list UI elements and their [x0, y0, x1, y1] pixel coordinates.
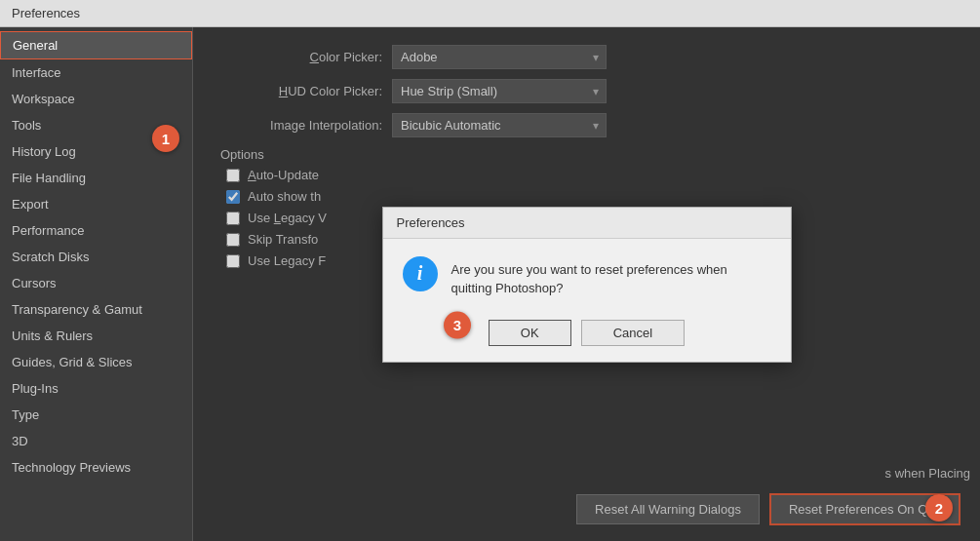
sidebar-item-3d[interactable]: 3D: [0, 428, 192, 454]
dialog-cancel-button[interactable]: Cancel: [581, 320, 685, 346]
sidebar-item-units---rulers[interactable]: Units & Rulers: [0, 323, 192, 349]
dialog-body: i Are you sure you want to reset prefere…: [383, 239, 791, 312]
dialog-buttons: 3 OK Cancel: [383, 312, 791, 362]
sidebar-item-cursors[interactable]: Cursors: [0, 270, 192, 296]
title-bar: Preferences: [0, 0, 980, 27]
sidebar-item-technology-previews[interactable]: Technology Previews: [0, 454, 192, 481]
content-area: Color Picker: Adobe Windows HUD Color Pi…: [193, 27, 980, 541]
badge-1: 1: [152, 125, 179, 152]
sidebar-item-performance[interactable]: Performance: [0, 217, 192, 244]
badge-2: 2: [925, 494, 953, 522]
badge-3: 3: [444, 311, 471, 338]
sidebar-item-general[interactable]: General: [0, 31, 192, 59]
ok-btn-container: 3 OK: [489, 320, 571, 346]
sidebar-item-workspace[interactable]: Workspace: [0, 86, 192, 112]
dialog: Preferences i Are you sure you want to r…: [382, 207, 792, 363]
sidebar: GeneralInterfaceWorkspaceToolsHistory Lo…: [0, 27, 193, 541]
dialog-message: Are you sure you want to reset preferenc…: [451, 256, 771, 298]
dialog-ok-button[interactable]: OK: [489, 320, 571, 346]
sidebar-item-export[interactable]: Export: [0, 191, 192, 217]
main-container: GeneralInterfaceWorkspaceToolsHistory Lo…: [0, 27, 980, 541]
sidebar-item-scratch-disks[interactable]: Scratch Disks: [0, 244, 192, 270]
sidebar-item-file-handling[interactable]: File Handling: [0, 165, 192, 191]
title-bar-text: Preferences: [12, 6, 80, 20]
modal-overlay: Preferences i Are you sure you want to r…: [193, 27, 980, 541]
dialog-titlebar: Preferences: [383, 208, 791, 239]
sidebar-item-transparency---gamut[interactable]: Transparency & Gamut: [0, 296, 192, 323]
sidebar-item-guides--grid---slices[interactable]: Guides, Grid & Slices: [0, 349, 192, 375]
sidebar-item-type[interactable]: Type: [0, 402, 192, 428]
dialog-info-icon: i: [403, 256, 438, 291]
sidebar-item-interface[interactable]: Interface: [0, 59, 192, 86]
sidebar-item-plug-ins[interactable]: Plug-Ins: [0, 375, 192, 402]
